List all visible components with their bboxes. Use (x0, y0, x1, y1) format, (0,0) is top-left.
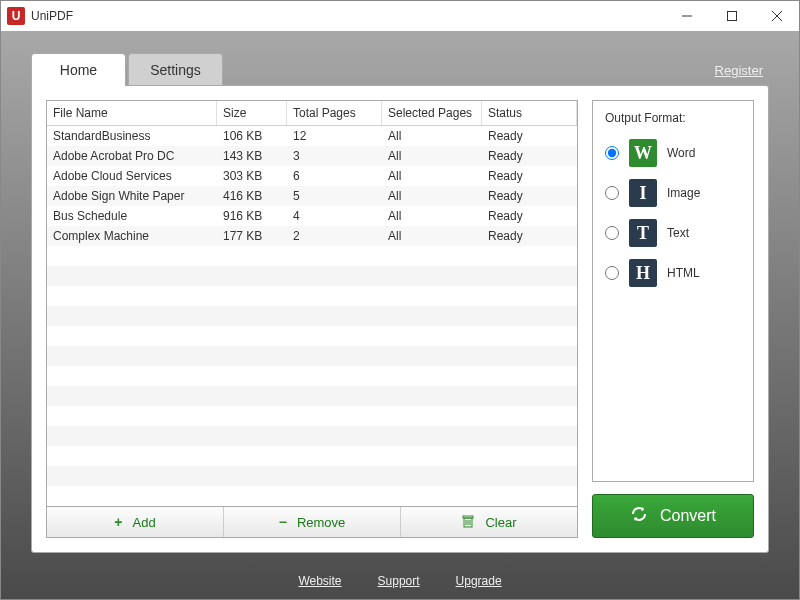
cell-size: 177 KB (217, 229, 287, 243)
minimize-button[interactable] (664, 1, 709, 31)
cell-size: 916 KB (217, 209, 287, 223)
add-button[interactable]: + Add (47, 507, 224, 537)
client-area: Home Settings Register File Name Size To… (1, 31, 799, 599)
html-icon: H (629, 259, 657, 287)
format-option-image[interactable]: IImage (605, 179, 741, 207)
image-icon: I (629, 179, 657, 207)
main-panel: File Name Size Total Pages Selected Page… (31, 85, 769, 553)
format-label: HTML (667, 266, 700, 280)
svg-rect-8 (463, 516, 473, 518)
header-filename[interactable]: File Name (47, 101, 217, 125)
table-row[interactable]: Adobe Acrobat Pro DC143 KB3AllReady (47, 146, 577, 166)
website-link[interactable]: Website (298, 574, 341, 588)
cell-total-pages: 3 (287, 149, 382, 163)
format-label: Text (667, 226, 689, 240)
cell-selected-pages: All (382, 189, 482, 203)
format-option-text[interactable]: TText (605, 219, 741, 247)
trash-icon (461, 514, 475, 531)
cell-status: Ready (482, 209, 577, 223)
cell-size: 303 KB (217, 169, 287, 183)
text-icon: T (629, 219, 657, 247)
cell-selected-pages: All (382, 149, 482, 163)
refresh-icon (630, 505, 648, 528)
cell-selected-pages: All (382, 229, 482, 243)
cell-selected-pages: All (382, 129, 482, 143)
cell-filename: Adobe Sign White Paper (47, 189, 217, 203)
cell-total-pages: 12 (287, 129, 382, 143)
app-icon: U (7, 7, 25, 25)
cell-total-pages: 5 (287, 189, 382, 203)
cell-total-pages: 6 (287, 169, 382, 183)
close-button[interactable] (754, 1, 799, 31)
format-label: Word (667, 146, 695, 160)
footer-links: Website Support Upgrade (1, 563, 799, 599)
titlebar: U UniPDF (1, 1, 799, 31)
table-row[interactable]: Adobe Sign White Paper416 KB5AllReady (47, 186, 577, 206)
file-table: File Name Size Total Pages Selected Page… (46, 100, 578, 507)
tab-home[interactable]: Home (31, 53, 126, 86)
clear-button[interactable]: Clear (401, 507, 577, 537)
format-label: Image (667, 186, 700, 200)
cell-status: Ready (482, 169, 577, 183)
cell-selected-pages: All (382, 169, 482, 183)
cell-size: 416 KB (217, 189, 287, 203)
app-window: U UniPDF Home Settings Register File Nam… (0, 0, 800, 600)
output-format-box: Output Format: WWordIImageTTextHHTML (592, 100, 754, 482)
table-row[interactable]: Adobe Cloud Services303 KB6AllReady (47, 166, 577, 186)
remove-label: Remove (297, 515, 345, 530)
cell-filename: Adobe Cloud Services (47, 169, 217, 183)
table-row[interactable]: Complex Machine177 KB2AllReady (47, 226, 577, 246)
header-selected-pages[interactable]: Selected Pages (382, 101, 482, 125)
table-header: File Name Size Total Pages Selected Page… (47, 101, 577, 126)
header-total-pages[interactable]: Total Pages (287, 101, 382, 125)
support-link[interactable]: Support (378, 574, 420, 588)
cell-filename: Adobe Acrobat Pro DC (47, 149, 217, 163)
tab-settings[interactable]: Settings (128, 53, 223, 86)
cell-filename: Bus Schedule (47, 209, 217, 223)
format-radio-word[interactable] (605, 146, 619, 160)
file-list-column: File Name Size Total Pages Selected Page… (46, 100, 578, 538)
format-radio-html[interactable] (605, 266, 619, 280)
cell-filename: Complex Machine (47, 229, 217, 243)
add-label: Add (133, 515, 156, 530)
clear-label: Clear (485, 515, 516, 530)
table-row[interactable]: StandardBusiness106 KB12AllReady (47, 126, 577, 146)
cell-status: Ready (482, 149, 577, 163)
output-column: Output Format: WWordIImageTTextHHTML Con… (592, 100, 754, 538)
minus-icon: − (279, 514, 287, 530)
cell-filename: StandardBusiness (47, 129, 217, 143)
maximize-button[interactable] (709, 1, 754, 31)
table-row[interactable]: Bus Schedule916 KB4AllReady (47, 206, 577, 226)
output-format-title: Output Format: (605, 111, 741, 125)
cell-status: Ready (482, 129, 577, 143)
cell-size: 106 KB (217, 129, 287, 143)
svg-rect-1 (727, 12, 736, 21)
format-option-word[interactable]: WWord (605, 139, 741, 167)
remove-button[interactable]: − Remove (224, 507, 401, 537)
convert-label: Convert (660, 507, 716, 525)
cell-selected-pages: All (382, 209, 482, 223)
cell-status: Ready (482, 229, 577, 243)
empty-rows (47, 246, 577, 506)
format-radio-text[interactable] (605, 226, 619, 240)
plus-icon: + (114, 514, 122, 530)
file-buttons-row: + Add − Remove Clear (46, 507, 578, 538)
header-size[interactable]: Size (217, 101, 287, 125)
convert-button[interactable]: Convert (592, 494, 754, 538)
format-radio-image[interactable] (605, 186, 619, 200)
upgrade-link[interactable]: Upgrade (456, 574, 502, 588)
format-option-html[interactable]: HHTML (605, 259, 741, 287)
register-link[interactable]: Register (715, 63, 763, 78)
header-status[interactable]: Status (482, 101, 577, 125)
cell-total-pages: 4 (287, 209, 382, 223)
cell-status: Ready (482, 189, 577, 203)
window-title: UniPDF (31, 9, 73, 23)
tabs-row: Home Settings Register (1, 31, 799, 86)
cell-size: 143 KB (217, 149, 287, 163)
table-body: StandardBusiness106 KB12AllReadyAdobe Ac… (47, 126, 577, 506)
cell-total-pages: 2 (287, 229, 382, 243)
word-icon: W (629, 139, 657, 167)
